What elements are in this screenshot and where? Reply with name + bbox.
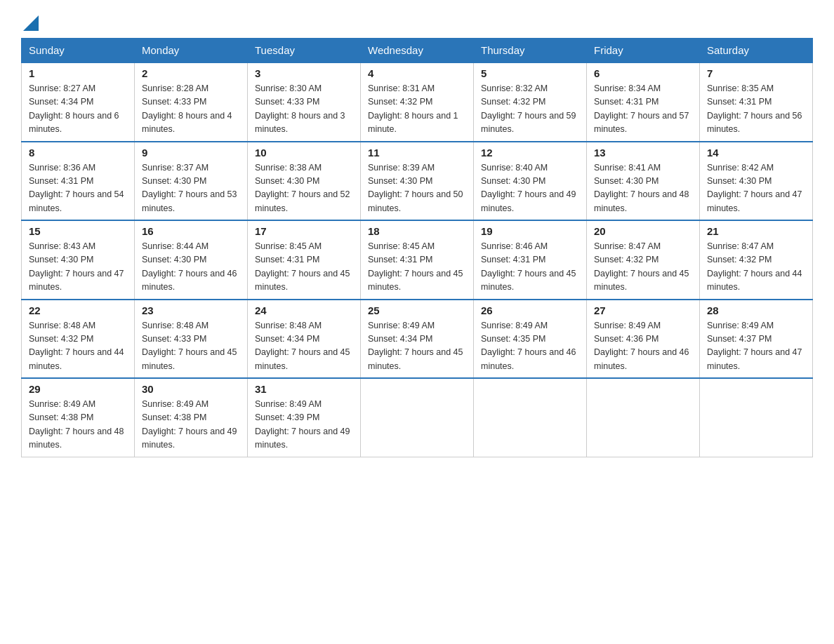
col-header-tuesday: Tuesday — [248, 39, 361, 63]
calendar-cell: 1Sunrise: 8:27 AMSunset: 4:34 PMDaylight… — [22, 62, 135, 142]
day-number: 10 — [255, 147, 353, 159]
calendar-table: SundayMondayTuesdayWednesdayThursdayFrid… — [21, 38, 813, 457]
day-number: 1 — [29, 67, 127, 79]
day-info: Sunrise: 8:42 AMSunset: 4:30 PMDaylight:… — [707, 161, 805, 216]
col-header-friday: Friday — [587, 39, 700, 63]
calendar-week-row: 22Sunrise: 8:48 AMSunset: 4:32 PMDayligh… — [22, 300, 813, 379]
day-number: 16 — [142, 225, 240, 237]
day-number: 12 — [481, 147, 579, 159]
day-number: 11 — [368, 147, 466, 159]
day-info: Sunrise: 8:35 AMSunset: 4:31 PMDaylight:… — [707, 82, 805, 137]
day-number: 29 — [29, 383, 127, 395]
calendar-cell: 23Sunrise: 8:48 AMSunset: 4:33 PMDayligh… — [135, 300, 248, 379]
calendar-cell: 10Sunrise: 8:38 AMSunset: 4:30 PMDayligh… — [248, 142, 361, 221]
col-header-thursday: Thursday — [474, 39, 587, 63]
calendar-cell — [587, 378, 700, 457]
day-number: 5 — [481, 67, 579, 79]
calendar-cell: 19Sunrise: 8:46 AMSunset: 4:31 PMDayligh… — [474, 220, 587, 300]
day-info: Sunrise: 8:47 AMSunset: 4:32 PMDaylight:… — [594, 240, 692, 295]
calendar-cell: 21Sunrise: 8:47 AMSunset: 4:32 PMDayligh… — [700, 220, 813, 300]
day-number: 9 — [142, 147, 240, 159]
day-number: 8 — [29, 147, 127, 159]
day-info: Sunrise: 8:48 AMSunset: 4:33 PMDaylight:… — [142, 319, 240, 374]
day-info: Sunrise: 8:37 AMSunset: 4:30 PMDaylight:… — [142, 161, 240, 216]
calendar-cell: 30Sunrise: 8:49 AMSunset: 4:38 PMDayligh… — [135, 378, 248, 457]
calendar-week-row: 15Sunrise: 8:43 AMSunset: 4:30 PMDayligh… — [22, 220, 813, 300]
day-info: Sunrise: 8:40 AMSunset: 4:30 PMDaylight:… — [481, 161, 579, 216]
day-info: Sunrise: 8:43 AMSunset: 4:30 PMDaylight:… — [29, 240, 127, 295]
calendar-cell: 13Sunrise: 8:41 AMSunset: 4:30 PMDayligh… — [587, 142, 700, 221]
calendar-cell: 31Sunrise: 8:49 AMSunset: 4:39 PMDayligh… — [248, 378, 361, 457]
day-info: Sunrise: 8:49 AMSunset: 4:36 PMDaylight:… — [594, 319, 692, 374]
day-number: 2 — [142, 67, 240, 79]
day-number: 7 — [707, 67, 805, 79]
calendar-cell — [361, 378, 474, 457]
day-number: 19 — [481, 225, 579, 237]
calendar-cell: 8Sunrise: 8:36 AMSunset: 4:31 PMDaylight… — [22, 142, 135, 221]
day-info: Sunrise: 8:38 AMSunset: 4:30 PMDaylight:… — [255, 161, 353, 216]
calendar-cell: 27Sunrise: 8:49 AMSunset: 4:36 PMDayligh… — [587, 300, 700, 379]
day-number: 30 — [142, 383, 240, 395]
day-info: Sunrise: 8:30 AMSunset: 4:33 PMDaylight:… — [255, 82, 353, 137]
calendar-cell: 29Sunrise: 8:49 AMSunset: 4:38 PMDayligh… — [22, 378, 135, 457]
day-number: 24 — [255, 304, 353, 316]
day-number: 15 — [29, 225, 127, 237]
calendar-cell: 16Sunrise: 8:44 AMSunset: 4:30 PMDayligh… — [135, 220, 248, 300]
calendar-cell: 17Sunrise: 8:45 AMSunset: 4:31 PMDayligh… — [248, 220, 361, 300]
calendar-cell — [474, 378, 587, 457]
calendar-cell: 24Sunrise: 8:48 AMSunset: 4:34 PMDayligh… — [248, 300, 361, 379]
calendar-cell: 20Sunrise: 8:47 AMSunset: 4:32 PMDayligh… — [587, 220, 700, 300]
page-header — [21, 14, 813, 31]
day-number: 20 — [594, 225, 692, 237]
calendar-cell: 26Sunrise: 8:49 AMSunset: 4:35 PMDayligh… — [474, 300, 587, 379]
col-header-sunday: Sunday — [22, 39, 135, 63]
day-number: 28 — [707, 304, 805, 316]
day-info: Sunrise: 8:47 AMSunset: 4:32 PMDaylight:… — [707, 240, 805, 295]
calendar-cell: 18Sunrise: 8:45 AMSunset: 4:31 PMDayligh… — [361, 220, 474, 300]
day-info: Sunrise: 8:36 AMSunset: 4:31 PMDaylight:… — [29, 161, 127, 216]
calendar-cell: 12Sunrise: 8:40 AMSunset: 4:30 PMDayligh… — [474, 142, 587, 221]
day-info: Sunrise: 8:49 AMSunset: 4:35 PMDaylight:… — [481, 319, 579, 374]
calendar-cell: 6Sunrise: 8:34 AMSunset: 4:31 PMDaylight… — [587, 62, 700, 142]
calendar-cell — [700, 378, 813, 457]
calendar-week-row: 8Sunrise: 8:36 AMSunset: 4:31 PMDaylight… — [22, 142, 813, 221]
day-info: Sunrise: 8:39 AMSunset: 4:30 PMDaylight:… — [368, 161, 466, 216]
day-info: Sunrise: 8:41 AMSunset: 4:30 PMDaylight:… — [594, 161, 692, 216]
day-number: 25 — [368, 304, 466, 316]
calendar-week-row: 29Sunrise: 8:49 AMSunset: 4:38 PMDayligh… — [22, 378, 813, 457]
day-number: 26 — [481, 304, 579, 316]
calendar-cell: 5Sunrise: 8:32 AMSunset: 4:32 PMDaylight… — [474, 62, 587, 142]
day-number: 18 — [368, 225, 466, 237]
calendar-cell: 9Sunrise: 8:37 AMSunset: 4:30 PMDaylight… — [135, 142, 248, 221]
day-number: 13 — [594, 147, 692, 159]
calendar-cell: 4Sunrise: 8:31 AMSunset: 4:32 PMDaylight… — [361, 62, 474, 142]
day-info: Sunrise: 8:32 AMSunset: 4:32 PMDaylight:… — [481, 82, 579, 137]
day-info: Sunrise: 8:45 AMSunset: 4:31 PMDaylight:… — [255, 240, 353, 295]
calendar-cell: 7Sunrise: 8:35 AMSunset: 4:31 PMDaylight… — [700, 62, 813, 142]
day-number: 6 — [594, 67, 692, 79]
day-info: Sunrise: 8:49 AMSunset: 4:37 PMDaylight:… — [707, 319, 805, 374]
day-number: 23 — [142, 304, 240, 316]
calendar-cell: 11Sunrise: 8:39 AMSunset: 4:30 PMDayligh… — [361, 142, 474, 221]
day-info: Sunrise: 8:46 AMSunset: 4:31 PMDaylight:… — [481, 240, 579, 295]
calendar-cell: 15Sunrise: 8:43 AMSunset: 4:30 PMDayligh… — [22, 220, 135, 300]
day-number: 21 — [707, 225, 805, 237]
calendar-week-row: 1Sunrise: 8:27 AMSunset: 4:34 PMDaylight… — [22, 62, 813, 142]
calendar-cell: 25Sunrise: 8:49 AMSunset: 4:34 PMDayligh… — [361, 300, 474, 379]
day-number: 17 — [255, 225, 353, 237]
day-info: Sunrise: 8:45 AMSunset: 4:31 PMDaylight:… — [368, 240, 466, 295]
day-number: 14 — [707, 147, 805, 159]
calendar-header-row: SundayMondayTuesdayWednesdayThursdayFrid… — [22, 39, 813, 63]
day-info: Sunrise: 8:49 AMSunset: 4:39 PMDaylight:… — [255, 398, 353, 452]
calendar-cell: 14Sunrise: 8:42 AMSunset: 4:30 PMDayligh… — [700, 142, 813, 221]
day-info: Sunrise: 8:49 AMSunset: 4:38 PMDaylight:… — [29, 398, 127, 452]
day-info: Sunrise: 8:27 AMSunset: 4:34 PMDaylight:… — [29, 82, 127, 137]
day-info: Sunrise: 8:44 AMSunset: 4:30 PMDaylight:… — [142, 240, 240, 295]
calendar-cell: 3Sunrise: 8:30 AMSunset: 4:33 PMDaylight… — [248, 62, 361, 142]
day-info: Sunrise: 8:31 AMSunset: 4:32 PMDaylight:… — [368, 82, 466, 137]
day-info: Sunrise: 8:34 AMSunset: 4:31 PMDaylight:… — [594, 82, 692, 137]
svg-marker-0 — [23, 15, 39, 31]
day-info: Sunrise: 8:28 AMSunset: 4:33 PMDaylight:… — [142, 82, 240, 137]
day-info: Sunrise: 8:48 AMSunset: 4:32 PMDaylight:… — [29, 319, 127, 374]
calendar-cell: 28Sunrise: 8:49 AMSunset: 4:37 PMDayligh… — [700, 300, 813, 379]
